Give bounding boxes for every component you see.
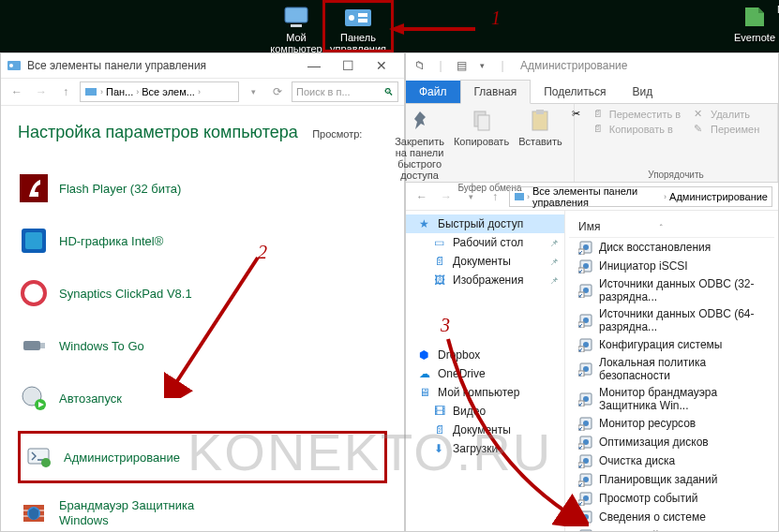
file-item[interactable]: Источники данных ODBC (32-разрядна... xyxy=(569,275,774,305)
search-input[interactable]: Поиск в п... 🔍︎ xyxy=(292,81,398,102)
computer-icon xyxy=(281,4,311,30)
column-header-name[interactable]: Имя ˆ xyxy=(569,216,774,238)
maximize-button[interactable]: ☐ xyxy=(331,58,365,73)
dropdown-icon[interactable]: ▾ xyxy=(243,81,263,102)
svg-marker-7 xyxy=(389,23,404,35)
file-item[interactable]: Источники данных ODBC (64-разрядна... xyxy=(569,305,774,335)
chevron-icon: › xyxy=(664,192,667,201)
tree-documents[interactable]: 📄︎ Документы 📌︎ xyxy=(406,252,564,271)
cp-item-firewall[interactable]: Брандмауэр Защитника Windows xyxy=(18,493,387,532)
file-item[interactable]: Оптимизация дисков xyxy=(569,433,774,451)
qat-dropdown-icon[interactable]: ▾ xyxy=(473,61,490,70)
cp-item-label: HD-графика Intel® xyxy=(59,234,163,248)
file-item[interactable]: Системный монитор xyxy=(569,526,774,531)
svg-rect-16 xyxy=(40,343,45,348)
shortcut-icon xyxy=(578,240,593,255)
annotation-number-3: 3 xyxy=(441,315,450,336)
copy-button[interactable]: Копировать xyxy=(454,108,509,181)
file-item-label: Монитор ресурсов xyxy=(599,417,696,430)
address-bar[interactable]: › Все элементы панели управления › Админ… xyxy=(509,186,772,207)
tab-view[interactable]: Вид xyxy=(619,81,666,103)
svg-rect-74 xyxy=(580,530,592,531)
up-button[interactable]: ↑ xyxy=(55,81,76,102)
documents-icon: 📄︎ xyxy=(434,255,447,268)
file-item[interactable]: Конфигурация системы xyxy=(569,335,774,354)
cp-view-label: Просмотр: xyxy=(312,128,362,140)
back-button[interactable]: ← xyxy=(412,186,432,207)
svg-rect-15 xyxy=(23,341,40,350)
addr-segment[interactable]: Все элем... xyxy=(142,86,195,97)
control-panel-icon xyxy=(84,85,97,98)
pin-quick-access-button[interactable]: Закрепить на панели быстрого доступа xyxy=(395,108,444,181)
address-bar[interactable]: › Пан... › Все элем... › xyxy=(80,81,239,102)
history-dropdown[interactable]: ▾ xyxy=(460,186,481,207)
usb-icon xyxy=(20,332,48,360)
minimize-button[interactable]: — xyxy=(297,58,331,73)
svg-rect-1 xyxy=(291,24,302,27)
file-item-label: Источники данных ODBC (32-разрядна... xyxy=(599,277,765,303)
qat-divider: | xyxy=(494,59,511,72)
pictures-icon: 🖼︎ xyxy=(434,273,447,287)
tree-quick-access[interactable]: ★ Быстрый доступ xyxy=(406,214,564,233)
annotation-box-2: Администрирование xyxy=(18,431,387,483)
ribbon-group-organize: 📄︎Переместить в 📄︎Копировать в ✕Удалить … xyxy=(575,104,778,182)
file-item[interactable]: Локальная политика безопасности xyxy=(569,354,774,384)
onedrive-icon: ☁ xyxy=(419,367,432,380)
cp-item-label: Flash Player (32 бита) xyxy=(59,182,181,196)
file-item-label: Конфигурация системы xyxy=(599,338,722,351)
forward-button[interactable]: → xyxy=(436,186,457,207)
tab-home[interactable]: Главная xyxy=(460,80,532,104)
file-item[interactable]: Просмотр событий xyxy=(569,489,774,508)
addr-segment[interactable]: Пан... xyxy=(106,86,133,97)
cp-item-administration[interactable]: Администрирование xyxy=(22,437,382,477)
file-item[interactable]: Инициатор iSCSI xyxy=(569,257,774,275)
cp-item-flashplayer[interactable]: Flash Player (32 бита) xyxy=(18,169,387,208)
file-item-label: Планировщик заданий xyxy=(599,473,717,486)
search-icon: 🔍︎ xyxy=(383,86,394,97)
desktop-icon-mycomputer[interactable]: Мой компьютер xyxy=(264,4,328,54)
file-item[interactable]: Диск восстановления xyxy=(569,238,774,257)
up-button[interactable]: ↑ xyxy=(485,186,505,207)
synaptics-icon xyxy=(20,279,48,307)
file-item[interactable]: Монитор брандмауэра Защитника Win... xyxy=(569,384,774,414)
desktop-icon-cut: No xyxy=(774,4,779,15)
file-item[interactable]: Монитор ресурсов xyxy=(569,414,774,433)
properties-icon[interactable]: ▤ xyxy=(453,59,470,72)
file-item[interactable]: Сведения о системе xyxy=(569,508,774,526)
move-to-button[interactable]: 📄︎Переместить в xyxy=(592,108,681,121)
paste-icon xyxy=(527,108,553,134)
file-item[interactable]: Планировщик заданий xyxy=(569,470,774,489)
file-item-label: Источники данных ODBC (64-разрядна... xyxy=(599,307,765,333)
file-item-label: Просмотр событий xyxy=(599,492,697,505)
close-button[interactable]: ✕ xyxy=(365,58,398,73)
desktop-icon-evernote[interactable]: Evernote xyxy=(733,4,776,43)
addr-segment[interactable]: Все элементы панели управления xyxy=(532,185,661,208)
folder-small-icon: 📁︎ xyxy=(412,59,428,72)
tree-label: Быстрый доступ xyxy=(438,217,523,230)
search-placeholder: Поиск в п... xyxy=(296,86,351,97)
back-button[interactable]: ← xyxy=(7,81,27,102)
ex-title-text: Администрирование xyxy=(520,59,627,72)
tree-label: Документы xyxy=(453,255,511,268)
control-panel-small-icon xyxy=(7,58,22,73)
delete-button[interactable]: ✕Удалить xyxy=(694,108,759,121)
svg-rect-13 xyxy=(25,232,42,249)
refresh-button[interactable]: ⟳ xyxy=(267,81,288,102)
paste-button[interactable]: Вставить xyxy=(518,108,562,181)
tree-desktop[interactable]: ▭ Рабочий стол 📌︎ xyxy=(406,233,564,252)
copy-to-button[interactable]: 📄︎Копировать в xyxy=(592,123,681,136)
rename-button[interactable]: ✎Переимен xyxy=(694,123,759,136)
file-item[interactable]: Очистка диска xyxy=(569,451,774,470)
intel-icon xyxy=(20,227,48,255)
tree-pictures[interactable]: 🖼︎ Изображения 📌︎ xyxy=(406,271,564,289)
forward-button[interactable]: → xyxy=(31,81,52,102)
tab-share[interactable]: Поделиться xyxy=(531,81,619,103)
svg-point-21 xyxy=(41,458,51,467)
tab-file[interactable]: Файл xyxy=(406,81,460,103)
svg-rect-34 xyxy=(515,193,524,200)
cp-item-label: Брандмауэр Защитника Windows xyxy=(59,498,194,527)
annotation-arrow-3 xyxy=(439,320,589,526)
addr-segment[interactable]: Администрирование xyxy=(669,191,768,202)
tree-label: Рабочий стол xyxy=(453,236,523,249)
qat-divider: | xyxy=(432,59,449,72)
